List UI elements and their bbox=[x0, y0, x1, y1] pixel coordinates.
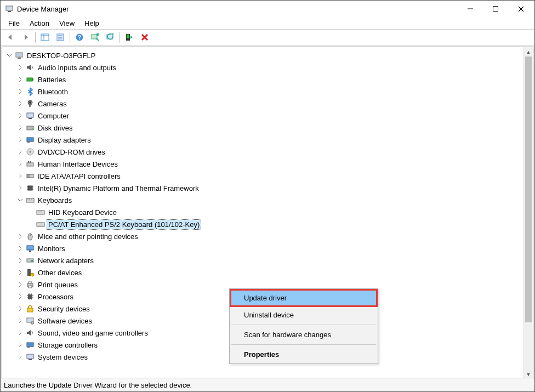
tree-item-label: Monitors bbox=[37, 244, 66, 253]
back-button[interactable] bbox=[3, 30, 18, 44]
svg-rect-36 bbox=[27, 141, 30, 143]
system-device-icon bbox=[26, 353, 35, 361]
show-hide-tree-button[interactable] bbox=[38, 30, 52, 44]
twisty-collapsed-icon[interactable] bbox=[16, 269, 24, 276]
update-driver-button[interactable] bbox=[103, 30, 117, 44]
tree-item[interactable]: Human Interface Devices bbox=[3, 158, 532, 170]
tree-item[interactable]: Batteries bbox=[3, 73, 532, 86]
svg-rect-35 bbox=[27, 138, 33, 141]
twisty-collapsed-icon[interactable] bbox=[16, 232, 24, 240]
minimize-button[interactable] bbox=[458, 1, 483, 17]
twisty-collapsed-icon[interactable] bbox=[16, 245, 24, 252]
svg-rect-4 bbox=[493, 7, 498, 12]
ctx-uninstall-device[interactable]: Uninstall device bbox=[231, 307, 377, 323]
maximize-button[interactable] bbox=[483, 1, 508, 17]
tree-item[interactable]: Disk drives bbox=[3, 122, 532, 134]
twisty-collapsed-icon[interactable] bbox=[16, 184, 24, 192]
scroll-up-button[interactable]: ▲ bbox=[524, 47, 533, 56]
properties-button[interactable] bbox=[53, 30, 67, 44]
scrollbar-thumb[interactable] bbox=[525, 56, 532, 322]
tree-item-keyboards[interactable]: Keyboards bbox=[3, 194, 532, 206]
tree-item-label: HID Keyboard Device bbox=[47, 208, 118, 217]
tree-item[interactable]: Cameras bbox=[3, 98, 532, 110]
twisty-collapsed-icon[interactable] bbox=[16, 341, 24, 349]
ctx-scan-hardware[interactable]: Scan for hardware changes bbox=[231, 327, 377, 343]
tree-item-label: Software devices bbox=[37, 316, 93, 326]
tree-item[interactable]: Audio inputs and outputs bbox=[3, 61, 532, 73]
uninstall-device-button[interactable] bbox=[138, 30, 152, 44]
twisty-collapsed-icon[interactable] bbox=[16, 64, 24, 71]
vertical-scrollbar[interactable]: ▲ ▼ bbox=[523, 47, 533, 379]
enable-device-button[interactable] bbox=[122, 30, 136, 44]
forward-button[interactable] bbox=[19, 30, 33, 44]
window-title: Device Manager bbox=[17, 5, 69, 13]
svg-rect-59 bbox=[38, 213, 43, 213]
software-device-icon bbox=[26, 316, 35, 325]
svg-rect-91 bbox=[27, 343, 33, 346]
svg-rect-86 bbox=[27, 308, 33, 312]
twisty-collapsed-icon[interactable] bbox=[16, 172, 24, 180]
tree-item-hid-keyboard[interactable]: HID Keyboard Device bbox=[3, 206, 532, 218]
scrollbar-track[interactable] bbox=[524, 56, 533, 370]
twisty-collapsed-icon[interactable] bbox=[16, 148, 24, 156]
security-icon bbox=[26, 304, 35, 313]
tree-item[interactable]: Mice and other pointing devices bbox=[3, 230, 532, 242]
twisty-collapsed-icon[interactable] bbox=[16, 88, 24, 95]
twisty-collapsed-icon[interactable] bbox=[16, 353, 24, 361]
svg-rect-53 bbox=[31, 200, 32, 200]
twisty-expanded-icon[interactable] bbox=[5, 52, 13, 59]
hid-icon bbox=[26, 160, 35, 168]
twisty-collapsed-icon[interactable] bbox=[16, 329, 24, 337]
tree-item-label: PC/AT Enhanced PS/2 Keyboard (101/102-Ke… bbox=[47, 220, 201, 229]
tree-item[interactable]: Monitors bbox=[3, 242, 532, 254]
menu-view[interactable]: View bbox=[55, 18, 79, 29]
svg-rect-7 bbox=[41, 34, 49, 41]
svg-rect-54 bbox=[28, 201, 32, 201]
tree-item[interactable]: Display adapters bbox=[3, 134, 532, 146]
tree-item-label: Audio inputs and outputs bbox=[37, 63, 117, 72]
menu-file[interactable]: File bbox=[4, 18, 24, 29]
twisty-collapsed-icon[interactable] bbox=[16, 281, 24, 288]
twisty-expanded-icon[interactable] bbox=[16, 196, 24, 204]
svg-rect-76 bbox=[29, 286, 32, 288]
tree-item[interactable]: Intel(R) Dynamic Platform and Thermal Fr… bbox=[3, 182, 532, 194]
twisty-collapsed-icon[interactable] bbox=[16, 76, 24, 83]
tree-item-label: Display adapters bbox=[37, 135, 92, 145]
menu-action[interactable]: Action bbox=[25, 18, 54, 29]
tree-item[interactable]: Computer bbox=[3, 110, 532, 122]
tree-item[interactable]: DVD/CD-ROM drives bbox=[3, 146, 532, 158]
twisty-collapsed-icon[interactable] bbox=[16, 317, 24, 325]
twisty-collapsed-icon[interactable] bbox=[16, 160, 24, 168]
twisty-collapsed-icon[interactable] bbox=[16, 305, 24, 313]
ctx-properties[interactable]: Properties bbox=[231, 346, 377, 362]
monitor-icon bbox=[26, 244, 35, 253]
twisty-collapsed-icon[interactable] bbox=[16, 100, 24, 107]
ctx-update-driver[interactable]: Update driver bbox=[230, 289, 378, 307]
tree-item-label: Mice and other pointing devices bbox=[37, 232, 139, 241]
tree-root[interactable]: DESKTOP-O3FGFLP bbox=[3, 49, 532, 61]
help-button[interactable]: ? bbox=[72, 30, 87, 44]
twisty-collapsed-icon[interactable] bbox=[16, 293, 24, 300]
scan-hardware-button[interactable] bbox=[88, 30, 102, 44]
tree-item[interactable]: ! Other devices bbox=[3, 266, 532, 279]
twisty-collapsed-icon[interactable] bbox=[16, 257, 24, 264]
tree-item-label: Sound, video and game controllers bbox=[37, 328, 149, 338]
toolbar-separator bbox=[70, 32, 70, 43]
svg-rect-52 bbox=[29, 200, 30, 200]
statusbar: Launches the Update Driver Wizard for th… bbox=[1, 378, 534, 391]
twisty-collapsed-icon[interactable] bbox=[16, 112, 24, 120]
svg-rect-30 bbox=[29, 105, 31, 107]
menu-help[interactable]: Help bbox=[80, 18, 104, 29]
svg-rect-25 bbox=[18, 58, 21, 59]
tree-item[interactable]: IDE ATA/ATAPI controllers bbox=[3, 170, 532, 182]
twisty-collapsed-icon[interactable] bbox=[16, 124, 24, 132]
close-button[interactable] bbox=[508, 1, 533, 17]
tree-item-label: IDE ATA/ATAPI controllers bbox=[37, 172, 122, 181]
tree-item[interactable]: Network adapters bbox=[3, 254, 532, 266]
tree-item-psat-keyboard[interactable]: PC/AT Enhanced PS/2 Keyboard (101/102-Ke… bbox=[3, 218, 532, 230]
tree-item[interactable]: Bluetooth bbox=[3, 86, 532, 98]
keyboard-icon bbox=[26, 196, 35, 204]
mouse-icon bbox=[26, 232, 35, 241]
other-devices-icon: ! bbox=[26, 268, 35, 277]
twisty-collapsed-icon[interactable] bbox=[16, 136, 24, 144]
